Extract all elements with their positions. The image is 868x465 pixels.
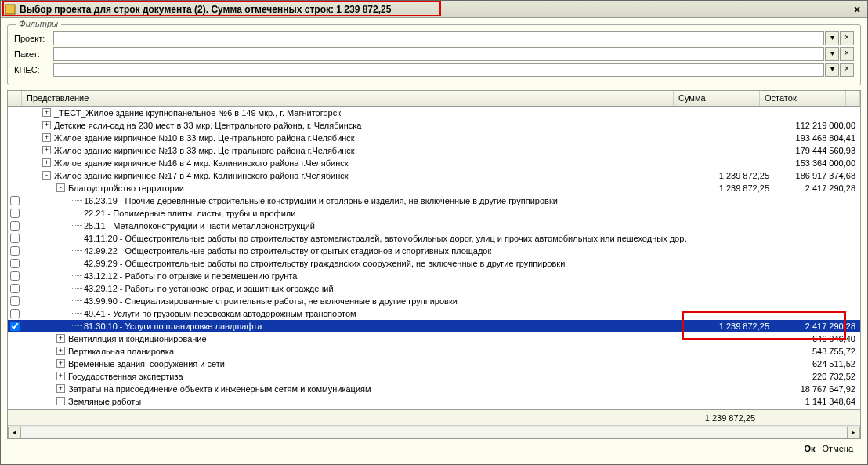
table-row[interactable]: 16.23.19 - Прочие деревянные строительны… bbox=[8, 194, 860, 207]
table-row[interactable]: +Вентиляция и кондиционирование646 046,4… bbox=[8, 332, 860, 345]
row-checkbox[interactable] bbox=[10, 322, 20, 331]
filter-kpes-clear-button[interactable]: × bbox=[840, 63, 854, 77]
collapse-icon[interactable]: - bbox=[56, 183, 65, 192]
hscroll-track[interactable] bbox=[21, 427, 847, 438]
expand-icon[interactable]: + bbox=[42, 121, 51, 129]
row-label: Детские ясли-сад на 230 мест в 33 мкр. Ц… bbox=[54, 121, 361, 130]
row-remain: 179 444 560,93 bbox=[774, 146, 860, 155]
window-title: Выбор проекта для строк документа (2). С… bbox=[20, 4, 391, 15]
table-row[interactable]: 43.99.90 - Специализированные строительн… bbox=[8, 295, 860, 307]
table-row[interactable]: +Детские ясли-сад на 230 мест в 33 мкр. … bbox=[8, 119, 860, 132]
table-row[interactable]: +Жилое здание кирпичное №13 в 33 мкр. Це… bbox=[8, 144, 860, 157]
column-header-name[interactable]: Представление bbox=[22, 91, 674, 106]
filter-project-row: Проект: ▾ × bbox=[14, 31, 854, 45]
row-name-cell: 43.99.90 - Специализированные строительн… bbox=[22, 296, 688, 306]
filter-packet-dropdown-button[interactable]: ▾ bbox=[825, 47, 839, 61]
row-checkbox-cell bbox=[8, 196, 22, 205]
row-checkbox[interactable] bbox=[10, 296, 20, 306]
table-row[interactable]: +Жилое здание кирпичное №10 в 33 мкр. Це… bbox=[8, 132, 860, 144]
expand-icon[interactable]: + bbox=[56, 372, 65, 380]
grid-body[interactable]: +_ТЕСТ_Жилое здание крупнопанельное №6 в… bbox=[8, 107, 860, 409]
close-button[interactable]: × bbox=[850, 3, 864, 16]
table-row[interactable]: 42.99.22 - Общестроительные работы по ст… bbox=[8, 245, 860, 257]
row-checkbox[interactable] bbox=[10, 246, 20, 256]
table-row[interactable]: -Земляные работы1 141 348,64 bbox=[8, 395, 860, 408]
row-remain: 193 468 804,41 bbox=[774, 133, 860, 143]
cancel-button[interactable]: Отмена bbox=[823, 444, 853, 453]
hscroll-right-button[interactable]: ▸ bbox=[847, 427, 860, 438]
expand-icon[interactable]: + bbox=[56, 359, 65, 368]
row-label: 43.12.12 - Работы по отрывке и перемещен… bbox=[84, 271, 297, 281]
row-checkbox[interactable] bbox=[10, 209, 20, 218]
table-row[interactable]: 41.11.20 - Общестроительные работы по ст… bbox=[8, 232, 860, 245]
row-name-cell: 81.30.10 - Услуги по планировке ландшафт… bbox=[22, 322, 688, 331]
column-header-check[interactable] bbox=[8, 91, 22, 106]
row-label: 43.29.12 - Работы по установке оград и з… bbox=[84, 284, 334, 293]
column-header-sum[interactable]: Сумма bbox=[674, 91, 760, 106]
expand-icon[interactable]: + bbox=[56, 347, 65, 355]
row-name-cell: +Вертикальная планировка bbox=[22, 347, 688, 356]
expand-icon[interactable]: + bbox=[56, 334, 65, 343]
filter-kpes-dropdown-button[interactable]: ▾ bbox=[825, 63, 839, 77]
row-checkbox[interactable] bbox=[10, 234, 20, 243]
row-remain: 624 511,52 bbox=[774, 359, 860, 369]
table-row[interactable]: 22.21 - Полимерные плиты, листы, трубы и… bbox=[8, 207, 860, 220]
row-remain: 1 141 348,64 bbox=[774, 397, 860, 406]
expand-icon[interactable]: + bbox=[56, 384, 65, 393]
filter-project-input[interactable] bbox=[53, 31, 824, 45]
table-row[interactable]: 43.29.12 - Работы по установке оград и з… bbox=[8, 282, 860, 295]
table-row[interactable]: +Затраты на присоединение объекта к инже… bbox=[8, 383, 860, 395]
row-checkbox[interactable] bbox=[10, 309, 20, 318]
filter-project-clear-button[interactable]: × bbox=[840, 31, 854, 45]
row-checkbox[interactable] bbox=[10, 271, 20, 281]
row-name-cell: 42.99.22 - Общестроительные работы по ст… bbox=[22, 246, 688, 256]
filter-kpes-input[interactable] bbox=[53, 63, 824, 77]
table-row[interactable]: 25.11 - Металлоконструкции и части метал… bbox=[8, 220, 860, 232]
row-label: 22.21 - Полимерные плиты, листы, трубы и… bbox=[84, 209, 295, 218]
row-checkbox-cell bbox=[8, 221, 22, 231]
row-label: Жилое здание кирпичное №13 в 33 мкр. Цен… bbox=[54, 146, 355, 155]
expand-icon[interactable]: + bbox=[42, 108, 51, 117]
table-row[interactable]: +Жилое здание кирпичное №16 в 4 мкр. Кал… bbox=[8, 157, 860, 169]
filter-packet-clear-button[interactable]: × bbox=[840, 47, 854, 61]
table-row[interactable]: +_ТЕСТ_Жилое здание крупнопанельное №6 в… bbox=[8, 107, 860, 119]
row-checkbox-cell bbox=[8, 234, 22, 243]
row-label: Благоустройство территории bbox=[68, 183, 184, 193]
table-row[interactable]: +Вертикальная планировка543 755,72 bbox=[8, 345, 860, 358]
table-row[interactable]: 43.12.12 - Работы по отрывке и перемещен… bbox=[8, 270, 860, 282]
filter-kpes-label: КПЕС: bbox=[14, 65, 53, 74]
row-checkbox-cell bbox=[8, 322, 22, 331]
expand-icon[interactable]: + bbox=[42, 158, 51, 167]
row-label: 42.99.22 - Общестроительные работы по ст… bbox=[84, 246, 491, 256]
collapse-icon[interactable]: - bbox=[56, 397, 65, 405]
row-label: Жилое здание кирпичное №16 в 4 мкр. Кали… bbox=[54, 158, 349, 168]
row-label: Вентиляция и кондиционирование bbox=[68, 334, 207, 343]
table-row[interactable]: 49.41 - Услуги по грузовым перевозкам ав… bbox=[8, 307, 860, 320]
table-row[interactable]: 81.30.10 - Услуги по планировке ландшафт… bbox=[8, 320, 860, 332]
table-row[interactable]: 42.99.29 - Общестроительные работы по ст… bbox=[8, 257, 860, 270]
table-row[interactable]: +Государственная экспертиза220 732,52 bbox=[8, 370, 860, 383]
ok-button[interactable]: Ок bbox=[804, 444, 815, 453]
row-name-cell: +Жилое здание кирпичное №10 в 33 мкр. Це… bbox=[22, 133, 688, 143]
hscroll-left-button[interactable]: ◂ bbox=[8, 427, 21, 438]
horizontal-scrollbar[interactable]: ◂ ▸ bbox=[8, 425, 860, 438]
row-checkbox[interactable] bbox=[10, 284, 20, 293]
row-name-cell: -Благоустройство территории bbox=[22, 183, 688, 193]
filter-packet-input[interactable] bbox=[53, 47, 824, 61]
row-checkbox[interactable] bbox=[10, 259, 20, 268]
row-checkbox[interactable] bbox=[10, 196, 20, 205]
column-header-remain[interactable]: Остаток bbox=[760, 91, 846, 106]
expand-icon[interactable]: + bbox=[42, 133, 51, 142]
filters-legend: Фильтры bbox=[16, 19, 61, 28]
row-sum: 1 239 872,25 bbox=[688, 183, 774, 193]
row-name-cell: +Детские ясли-сад на 230 мест в 33 мкр. … bbox=[22, 121, 688, 130]
grid-footer: 1 239 872,25 bbox=[8, 409, 860, 425]
row-name-cell: +Жилое здание кирпичное №13 в 33 мкр. Це… bbox=[22, 146, 688, 155]
table-row[interactable]: +Временные здания, сооружения и сети624 … bbox=[8, 358, 860, 370]
table-row[interactable]: -Благоустройство территории1 239 872,252… bbox=[8, 182, 860, 194]
table-row[interactable]: -Жилое здание кирпичное №17 в 4 мкр. Кал… bbox=[8, 169, 860, 182]
filter-project-dropdown-button[interactable]: ▾ bbox=[825, 31, 839, 45]
row-checkbox[interactable] bbox=[10, 221, 20, 231]
expand-icon[interactable]: + bbox=[42, 146, 51, 154]
collapse-icon[interactable]: - bbox=[42, 171, 51, 180]
